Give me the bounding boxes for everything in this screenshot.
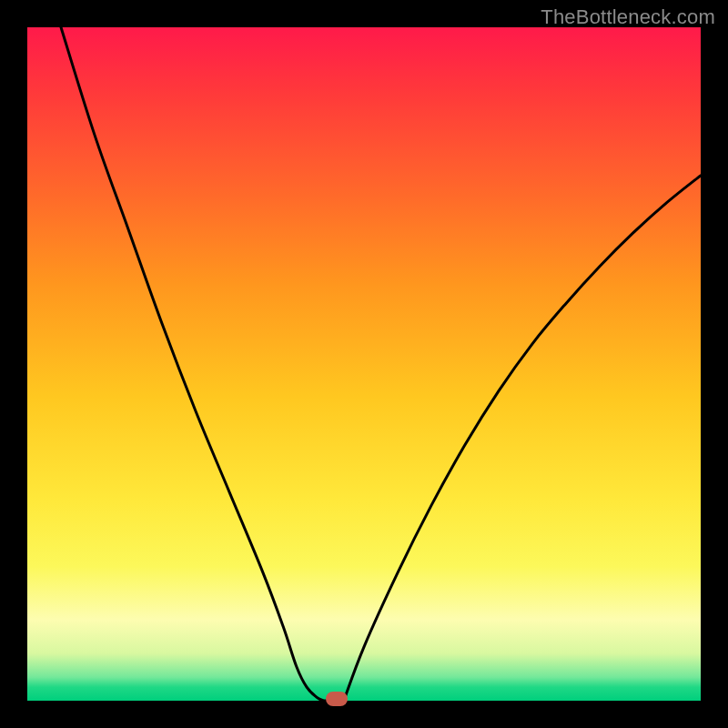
optimum-marker [326, 692, 348, 706]
curve-path [61, 27, 701, 701]
chart-frame: TheBottleneck.com [0, 0, 728, 728]
watermark-text: TheBottleneck.com [541, 5, 715, 29]
plot-area [27, 27, 701, 701]
bottleneck-curve [27, 27, 701, 701]
